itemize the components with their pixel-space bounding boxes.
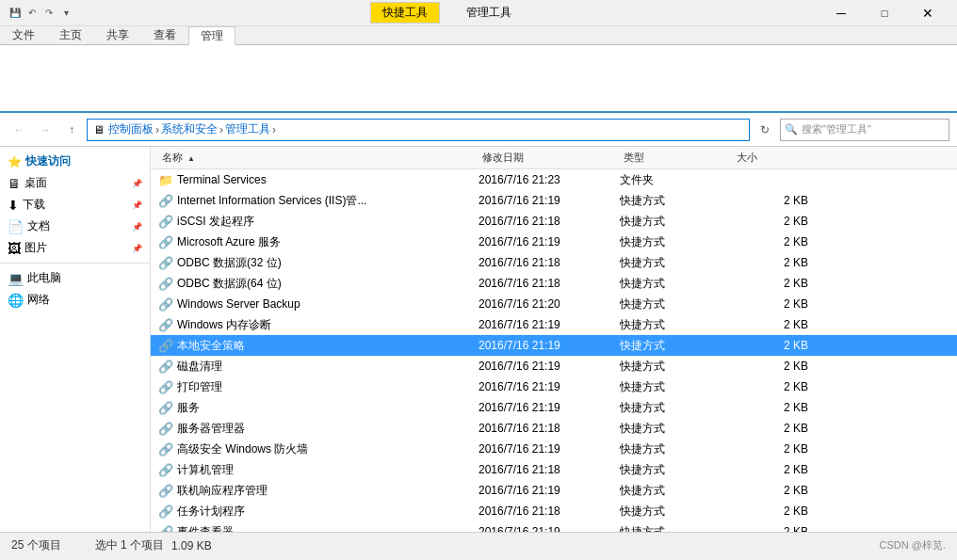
file-icon: 🔗 — [158, 401, 173, 415]
file-row[interactable]: 🔗 Microsoft Azure 服务 2016/7/16 21:19 快捷方… — [151, 232, 957, 252]
close-button[interactable]: ✕ — [906, 0, 949, 26]
col-header-name[interactable]: 名称 ▲ — [158, 149, 478, 167]
minimize-button[interactable]: ─ — [819, 0, 863, 26]
file-row[interactable]: 🔗 iSCSI 发起程序 2016/7/16 21:18 快捷方式 2 KB — [151, 211, 957, 232]
file-list-header: 名称 ▲ 修改日期 类型 大小 — [151, 147, 957, 169]
quick-access-label: 快速访问 — [25, 153, 71, 169]
file-row[interactable]: 📁 Terminal Services 2016/7/16 21:23 文件夹 — [151, 169, 957, 190]
file-date: 2016/7/16 21:23 — [478, 173, 620, 186]
col-header-type[interactable]: 类型 — [620, 149, 733, 167]
file-date: 2016/7/16 21:19 — [478, 235, 620, 248]
sidebar-quick-access[interactable]: ⭐ 快速访问 — [0, 151, 150, 172]
watermark: CSDN @梓苋. — [880, 538, 946, 552]
file-row[interactable]: 🔗 ODBC 数据源(64 位) 2016/7/16 21:18 快捷方式 2 … — [151, 273, 957, 294]
quick-access-toolbar[interactable]: 💾 ↶ ↷ ▾ — [8, 6, 73, 21]
file-row[interactable]: 🔗 任务计划程序 2016/7/16 21:18 快捷方式 2 KB — [151, 501, 957, 521]
file-row[interactable]: 🔗 本地安全策略 2016/7/16 21:19 快捷方式 2 KB — [151, 335, 957, 356]
tab-home[interactable]: 主页 — [47, 26, 94, 44]
file-row[interactable]: 🔗 Windows 内存诊断 2016/7/16 21:19 快捷方式 2 KB — [151, 314, 957, 335]
undo-icon[interactable]: ↶ — [24, 6, 40, 21]
sidebar-docs-label: 文档 — [27, 218, 50, 234]
refresh-button[interactable]: ↻ — [754, 119, 776, 141]
tab-file[interactable]: 文件 — [0, 26, 47, 44]
file-type: 快捷方式 — [620, 338, 733, 354]
file-name: 磁盘清理 — [177, 359, 478, 375]
path-control-panel[interactable]: 控制面板 — [108, 121, 154, 137]
file-date: 2016/7/16 21:19 — [478, 401, 620, 414]
file-size: 2 KB — [733, 463, 808, 476]
file-icon: 🔗 — [158, 256, 173, 270]
file-date: 2016/7/16 21:19 — [478, 318, 620, 331]
status-bar: 25 个项目 选中 1 个项目 1.09 KB CSDN @梓苋. — [0, 532, 957, 558]
file-row[interactable]: 🔗 Windows Server Backup 2016/7/16 21:20 … — [151, 294, 957, 314]
file-icon: 🔗 — [158, 442, 173, 456]
file-date: 2016/7/16 21:20 — [478, 297, 620, 311]
address-path[interactable]: 🖥 控制面板 › 系统和安全 › 管理工具 › — [87, 119, 750, 141]
pin-icon-dl: 📌 — [132, 200, 142, 210]
file-icon: 🔗 — [158, 360, 173, 374]
sidebar-item-downloads[interactable]: ⬇ 下载 📌 — [0, 194, 150, 216]
file-row[interactable]: 🔗 磁盘清理 2016/7/16 21:19 快捷方式 2 KB — [151, 356, 957, 376]
redo-icon[interactable]: ↷ — [41, 6, 57, 21]
file-size: 2 KB — [733, 194, 808, 207]
search-box[interactable]: 🔍 搜索"管理工具" — [780, 119, 949, 141]
file-date: 2016/7/16 21:19 — [478, 525, 620, 532]
file-type: 快捷方式 — [620, 504, 733, 520]
file-row[interactable]: 🔗 ODBC 数据源(32 位) 2016/7/16 21:18 快捷方式 2 … — [151, 252, 957, 273]
file-size: 2 KB — [733, 277, 808, 290]
file-type: 快捷方式 — [620, 379, 733, 395]
file-list[interactable]: 名称 ▲ 修改日期 类型 大小 📁 Terminal Services 2016… — [151, 147, 957, 532]
tab-view[interactable]: 查看 — [141, 26, 188, 44]
sidebar-item-network[interactable]: 🌐 网络 — [0, 289, 150, 311]
file-type: 快捷方式 — [620, 483, 733, 499]
file-date: 2016/7/16 21:19 — [478, 194, 620, 207]
file-row[interactable]: 🔗 打印管理 2016/7/16 21:19 快捷方式 2 KB — [151, 376, 957, 397]
sidebar-item-docs[interactable]: 📄 文档 📌 — [0, 216, 150, 237]
dropdown-icon[interactable]: ▾ — [58, 6, 73, 21]
tab-manage[interactable]: 管理 — [188, 26, 235, 45]
file-row[interactable]: 🔗 服务器管理器 2016/7/16 21:18 快捷方式 2 KB — [151, 418, 957, 439]
file-name: 高级安全 Windows 防火墙 — [177, 441, 478, 457]
file-date: 2016/7/16 21:19 — [478, 339, 620, 352]
tab-share[interactable]: 共享 — [94, 26, 141, 44]
context-tab-quicktools[interactable]: 快捷工具 — [370, 2, 440, 24]
file-icon: 🔗 — [158, 504, 173, 519]
sidebar-item-this-pc[interactable]: 💻 此电脑 — [0, 267, 150, 289]
sidebar-item-desktop[interactable]: 🖥 桌面 📌 — [0, 172, 150, 194]
this-pc-icon: 💻 — [8, 271, 24, 286]
forward-button[interactable]: → — [34, 119, 57, 141]
docs-icon: 📄 — [8, 219, 24, 234]
quick-access-icon: ⭐ — [8, 155, 22, 168]
file-row[interactable]: 🔗 事件查看器 2016/7/16 21:19 快捷方式 2 KB — [151, 521, 957, 532]
file-icon: 🔗 — [158, 484, 173, 498]
file-name: Internet Information Services (IIS)管... — [177, 193, 478, 209]
save-icon[interactable]: 💾 — [8, 6, 23, 21]
file-type: 快捷方式 — [620, 193, 733, 209]
file-row[interactable]: 🔗 联机响应程序管理 2016/7/16 21:19 快捷方式 2 KB — [151, 480, 957, 501]
network-icon: 🌐 — [8, 293, 24, 308]
path-admin-tools[interactable]: 管理工具 — [225, 121, 270, 137]
file-name: 联机响应程序管理 — [177, 483, 478, 499]
file-name: Terminal Services — [177, 173, 478, 186]
file-size: 2 KB — [733, 484, 808, 497]
sidebar-pictures-label: 图片 — [24, 240, 47, 256]
back-button[interactable]: ← — [8, 119, 30, 141]
maximize-button[interactable]: □ — [863, 0, 906, 26]
ribbon-tabs-row: 文件 主页 共享 查看 管理 — [0, 26, 957, 45]
file-size: 2 KB — [733, 318, 808, 331]
file-type: 快捷方式 — [620, 400, 733, 416]
file-row[interactable]: 🔗 计算机管理 2016/7/16 21:18 快捷方式 2 KB — [151, 459, 957, 480]
sidebar-item-pictures[interactable]: 🖼 图片 📌 — [0, 237, 150, 259]
file-type: 快捷方式 — [620, 462, 733, 478]
path-root-icon: 🖥 — [93, 123, 105, 136]
file-row[interactable]: 🔗 服务 2016/7/16 21:19 快捷方式 2 KB — [151, 397, 957, 418]
context-tab-manage[interactable]: 管理工具 — [455, 3, 523, 23]
file-row[interactable]: 🔗 高级安全 Windows 防火墙 2016/7/16 21:19 快捷方式 … — [151, 439, 957, 459]
sidebar-desktop-label: 桌面 — [24, 175, 47, 191]
file-row[interactable]: 🔗 Internet Information Services (IIS)管..… — [151, 190, 957, 211]
col-header-date[interactable]: 修改日期 — [478, 149, 620, 167]
col-header-size[interactable]: 大小 — [733, 149, 808, 167]
path-system-security[interactable]: 系统和安全 — [161, 121, 218, 137]
file-icon: 🔗 — [158, 525, 173, 533]
up-button[interactable]: ↑ — [60, 119, 83, 141]
